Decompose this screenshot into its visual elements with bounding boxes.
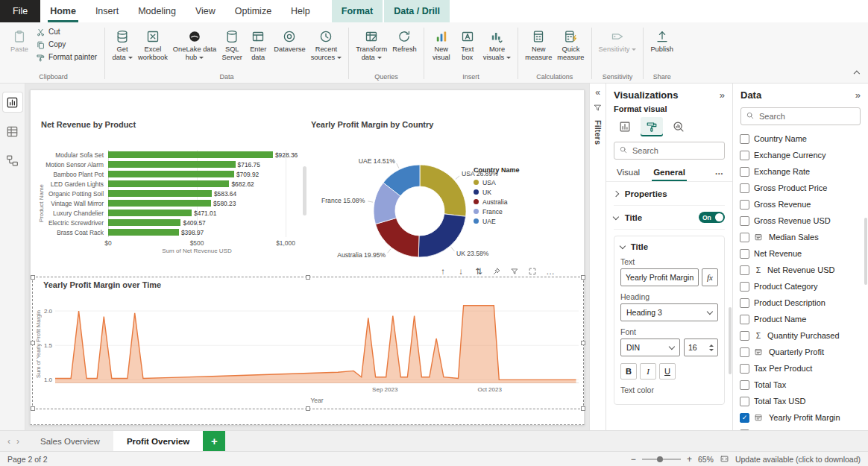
tab-modeling[interactable]: Modeling	[128, 0, 186, 22]
collapse-data-icon[interactable]: »	[855, 89, 861, 101]
update-message[interactable]: Update available (click to download)	[735, 455, 861, 464]
zoom-slider-thumb[interactable]	[657, 456, 663, 462]
fit-to-page-icon[interactable]	[720, 454, 729, 464]
checkbox-ytd-profit[interactable]	[740, 429, 749, 431]
tab-view[interactable]: View	[186, 0, 225, 22]
copy-button[interactable]: Copy	[33, 39, 69, 51]
underline-button[interactable]: U	[659, 363, 676, 380]
tab-home[interactable]: Home	[40, 0, 86, 22]
selection-resize-handle[interactable]	[581, 275, 585, 280]
checkbox-total-tax-usd[interactable]	[740, 397, 749, 406]
field-gross-revenue-usd[interactable]: Gross Revenue USD	[733, 212, 868, 229]
field-quarterly-profit[interactable]: Quarterly Profit	[733, 344, 868, 360]
checkbox-gross-product-price[interactable]	[740, 183, 749, 193]
visualizations-scrollbar[interactable]	[729, 307, 732, 374]
pin-icon[interactable]	[491, 266, 502, 277]
selection-resize-handle[interactable]	[581, 406, 585, 411]
tab-data-drill[interactable]: Data / Drill	[384, 0, 450, 22]
new-visual-button[interactable]: New visual	[429, 26, 454, 63]
dataverse-button[interactable]: Dataverse	[271, 26, 307, 54]
checkbox-gross-revenue-usd[interactable]	[740, 216, 749, 226]
text-box-button[interactable]: Text box	[455, 26, 480, 63]
field-total-tax-usd[interactable]: Total Tax USD	[733, 393, 868, 409]
quick-measure-button[interactable]: Quick measure	[555, 26, 586, 63]
checkbox-median-sales[interactable]	[740, 233, 749, 242]
format-painter-button[interactable]: Format painter	[33, 51, 100, 63]
field-country-name[interactable]: Country Name	[733, 130, 868, 147]
font-family-select[interactable]: DIN	[620, 339, 680, 356]
bar[interactable]	[108, 229, 179, 236]
format-visual-icon[interactable]	[641, 117, 663, 136]
paste-button[interactable]: Paste	[7, 26, 32, 54]
selection-resize-handle[interactable]	[581, 341, 585, 345]
field-net-revenue[interactable]: Net Revenue	[733, 245, 868, 262]
new-page-button[interactable]: +	[203, 431, 225, 451]
collapse-visualizations-icon[interactable]: »	[720, 89, 725, 101]
selection-resize-handle[interactable]	[306, 275, 310, 280]
get-data-button[interactable]: Get data	[110, 26, 135, 63]
cut-button[interactable]: Cut	[33, 26, 63, 38]
tab-visual[interactable]: Visual	[615, 165, 641, 181]
drill-up-icon[interactable]: ↑	[438, 266, 448, 277]
tab-file[interactable]: File	[0, 0, 40, 22]
page-tab-profit-overview[interactable]: Profit Overview	[113, 431, 203, 451]
checkbox-exchange-rate[interactable]	[740, 167, 749, 177]
field-product-description[interactable]: Product Description	[733, 295, 868, 311]
heading-select[interactable]: Heading 3	[620, 303, 718, 321]
bar[interactable]	[108, 180, 229, 187]
previous-page-icon[interactable]: ‹	[7, 436, 10, 447]
build-visual-icon[interactable]	[614, 117, 636, 136]
bar[interactable]	[108, 200, 211, 207]
field-tax-per-product[interactable]: Tax Per Product	[733, 360, 868, 377]
next-page-icon[interactable]: ›	[16, 436, 19, 447]
italic-button[interactable]: I	[640, 363, 656, 380]
expand-all-icon[interactable]: ⇅	[474, 266, 484, 277]
field-quantity-purchased[interactable]: ΣQuantity Purchased	[733, 327, 868, 344]
legend-item-uae[interactable]: UAE	[474, 216, 520, 226]
field-gross-revenue[interactable]: Gross Revenue	[733, 196, 868, 212]
fx-conditional-format-button[interactable]: fx	[702, 268, 718, 286]
checkbox-product-description[interactable]	[740, 298, 749, 308]
data-search-input[interactable]: Search	[740, 107, 861, 125]
bar-chart-visual[interactable]: Net Revenue by Product Product Name Modu…	[37, 120, 306, 275]
checkbox-exchange-currency[interactable]	[740, 151, 749, 160]
new-measure-button[interactable]: New measure	[523, 26, 554, 63]
bar[interactable]	[108, 151, 273, 158]
more-visuals-button[interactable]: More visuals	[481, 26, 513, 63]
legend-item-france[interactable]: France	[474, 207, 520, 216]
tab-help[interactable]: Help	[281, 0, 320, 22]
bar[interactable]	[108, 161, 236, 168]
field-total-tax[interactable]: Total Tax	[733, 377, 868, 393]
bar[interactable]	[108, 210, 192, 216]
analytics-icon[interactable]	[667, 117, 690, 136]
area-chart-visual[interactable]: Yearly Profit Margin over Time Sum of Ye…	[32, 277, 584, 409]
tab-format[interactable]: Format	[332, 0, 383, 22]
bar[interactable]	[108, 219, 180, 226]
focus-mode-icon[interactable]	[527, 266, 538, 277]
checkbox-quantity-purchased[interactable]	[740, 331, 749, 341]
field-gross-product-price[interactable]: Gross Product Price	[733, 180, 868, 196]
field-yearly-profit-margin[interactable]: ✓Yearly Profit Margin	[733, 409, 868, 426]
more-options-icon[interactable]: …	[545, 266, 556, 277]
checkbox-product-name[interactable]	[740, 315, 749, 324]
donut-chart-visual[interactable]: Yearly Profit Margin by Country USA 26.8…	[306, 120, 581, 275]
expand-panes-icon[interactable]: «	[595, 87, 600, 98]
checkbox-gross-revenue[interactable]	[740, 200, 749, 210]
drill-down-icon[interactable]: ↓	[456, 266, 466, 277]
selection-resize-handle[interactable]	[31, 341, 35, 345]
title-toggle[interactable]: On	[699, 212, 725, 223]
data-scrollbar[interactable]	[864, 218, 867, 285]
tab-general[interactable]: General	[652, 165, 687, 181]
tab-optimize[interactable]: Optimize	[225, 0, 281, 22]
selection-resize-handle[interactable]	[31, 275, 35, 280]
field-median-sales[interactable]: Median Sales	[733, 229, 868, 245]
donut-slice-usa[interactable]	[420, 165, 466, 216]
report-page[interactable]: Net Revenue by Product Product Name Modu…	[30, 89, 585, 425]
checkbox-yearly-profit-margin[interactable]: ✓	[740, 413, 749, 423]
sql-server-button[interactable]: SQL Server	[219, 26, 245, 63]
checkbox-country-name[interactable]	[740, 134, 749, 144]
field-exchange-rate[interactable]: Exchange Rate	[733, 163, 868, 180]
field-product-category[interactable]: Product Category	[733, 278, 868, 295]
more-format-tabs-icon[interactable]: …	[715, 167, 724, 179]
checkbox-net-revenue[interactable]	[740, 249, 749, 259]
